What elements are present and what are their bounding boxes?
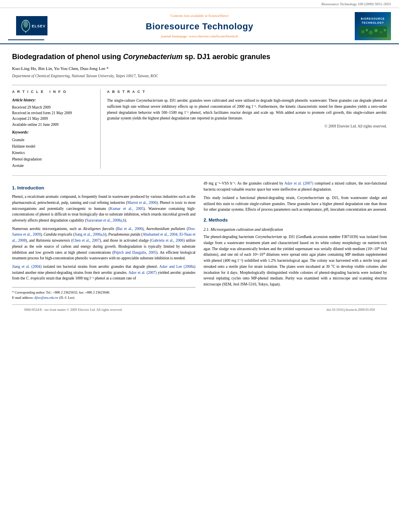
journal-citation: Bioresource Technology 100 (2009) 5051–5…: [321, 2, 391, 6]
svg-point-13: [380, 31, 382, 33]
svg-text:TECHNOLOGY: TECHNOLOGY: [362, 21, 384, 24]
affiliation: Department of Chemical Engineering, Nati…: [12, 74, 387, 79]
section-divider: [12, 175, 387, 176]
column-right: 49 mg g⁻¹–VSS h⁻¹. As the granules culti…: [204, 181, 387, 300]
right-para2: This study isolated a functional phenol-…: [204, 195, 387, 213]
citation-jiang2004[interactable]: Jiang et al. (2004): [12, 265, 41, 269]
journal-logo-right: BIORESOURCE TECHNOLOGY: [355, 12, 391, 40]
right-para1: 49 mg g⁻¹–VSS h⁻¹. As the granules culti…: [204, 181, 387, 192]
footnote-area: * Corresponding author. Tel.: +886 2 236…: [12, 287, 195, 300]
subsection2-1-heading: 2.1. Microorganism cultivation and ident…: [204, 227, 387, 233]
elsevier-logo: ELSEVIER: [8, 12, 44, 40]
section2-heading: 2. Methods: [204, 217, 387, 224]
elsevier-box-label: ELSEVIER: [16, 16, 47, 35]
citation-saravanan[interactable]: Saravanan et al., 2008a,b: [86, 218, 125, 222]
svg-text:ELSEVIER: ELSEVIER: [32, 24, 46, 28]
article-info: A R T I C L E I N F O Article history: R…: [12, 89, 101, 169]
authors: Kuo-Ling Ho, Bin Lin, Yu-You Chen, Duu-J…: [12, 66, 387, 72]
intro-para3: Jiang et al. (2004) isolated ten bacteri…: [12, 264, 195, 281]
journal-title: Bioresource Technology: [44, 20, 355, 33]
keywords-label: Keywords:: [12, 130, 94, 136]
section1-heading: 1. Introduction: [12, 185, 195, 191]
issn-text: 0960-8524/$ - see front matter © 2009 El…: [24, 307, 123, 312]
keyword-item: Phenol degradation: [12, 156, 94, 162]
svg-point-14: [384, 29, 386, 31]
footnote-email-link[interactable]: djlee@ntu.edu.tw: [34, 296, 58, 300]
info-abstract-section: A R T I C L E I N F O Article history: R…: [12, 85, 387, 169]
journal-header: ELSEVIER Contents lists available at Sci…: [0, 8, 399, 44]
citation-jiang2006[interactable]: Jiang et al., 2006a,b: [74, 232, 105, 236]
two-column-content: 1. Introduction Phenol, a recalcitrant a…: [12, 181, 387, 300]
abstract-section: A B S T R A C T The single-culture Coryn…: [101, 89, 387, 169]
article-body: Biodegradation of phenol using Corynebac…: [0, 44, 399, 322]
citation-adav2007-right[interactable]: Adav et al. (2007): [284, 181, 313, 185]
doi-text: doi:10.1016/j.biortech.2009.05.050: [327, 307, 375, 312]
intro-para1: Phenol, a recalcitrant aromatic compound…: [12, 194, 195, 224]
svg-point-12: [374, 29, 378, 32]
bacteria-text: bacteria: [204, 187, 216, 191]
sciencedirect-line: Contents lists available at ScienceDirec…: [44, 13, 355, 18]
sciencedirect-link[interactable]: ScienceDirect: [208, 14, 228, 18]
keyword-item: Granule: [12, 137, 94, 143]
available-date: Available online 21 June 2009: [12, 122, 94, 127]
revised-date: Received in revised form 21 May 2009: [12, 110, 94, 116]
citation-kumar[interactable]: Kumar et al., 2005: [110, 207, 143, 211]
intro-para2: Numerous aerobic microorganisms, such as…: [12, 226, 195, 261]
citation-gabriela[interactable]: Gabriela et al., 2006: [151, 238, 183, 242]
citation-adavlee2008a[interactable]: Adav and Lee (2008a): [159, 265, 195, 269]
keyword-item: Acetate: [12, 162, 94, 169]
journal-homepage: journal homepage: www.elsevier.com/locat…: [44, 34, 355, 39]
citation-chen2007[interactable]: Chen et al., 2007: [72, 238, 99, 242]
svg-text:BIORESOURCE: BIORESOURCE: [361, 17, 385, 20]
journal-center: Contents lists available at ScienceDirec…: [44, 13, 355, 39]
abstract-text: The single-culture Corynebacterium sp. D…: [107, 98, 387, 121]
accepted-date: Accepted 21 May 2009: [12, 116, 94, 121]
abstract-label: A B S T R A C T: [107, 89, 387, 94]
column-left: 1. Introduction Phenol, a recalcitrant a…: [12, 181, 195, 300]
citation-marrot[interactable]: Marrot et al., 2006: [128, 201, 156, 205]
article-title: Biodegradation of phenol using Corynebac…: [12, 52, 387, 62]
svg-point-9: [361, 30, 364, 33]
footnote-asterisk: * Corresponding author. Tel.: +886 2 236…: [12, 290, 195, 295]
svg-point-10: [366, 29, 368, 31]
citation-adav2007[interactable]: Adav et al. (2007): [128, 271, 156, 275]
bottom-bar: 0960-8524/$ - see front matter © 2009 El…: [12, 304, 387, 314]
svg-point-3: [23, 21, 28, 28]
footnote-email: E-mail address: djlee@ntu.edu.tw (D.-J. …: [12, 295, 195, 300]
citation-prpich[interactable]: Prpich and Daugulis, 2005: [114, 251, 156, 255]
keyword-item: Kinetics: [12, 150, 94, 156]
keyword-item: Haldane model: [12, 143, 94, 150]
section2-text: The phenol-degrading bacterium Corynebac…: [204, 234, 387, 287]
svg-point-11: [369, 31, 373, 35]
article-history-label: Article history:: [12, 98, 94, 103]
article-info-label: A R T I C L E I N F O: [12, 89, 94, 94]
received-date: Received 29 March 2009: [12, 105, 94, 110]
keywords-list: Granule Haldane model Kinetics Phenol de…: [12, 137, 94, 169]
copyright-line: © 2009 Elsevier Ltd. All rights reserved…: [107, 124, 387, 129]
citation-bar: Bioresource Technology 100 (2009) 5051–5…: [0, 0, 399, 8]
citation-bai[interactable]: Bai et al., 2006: [117, 227, 142, 231]
